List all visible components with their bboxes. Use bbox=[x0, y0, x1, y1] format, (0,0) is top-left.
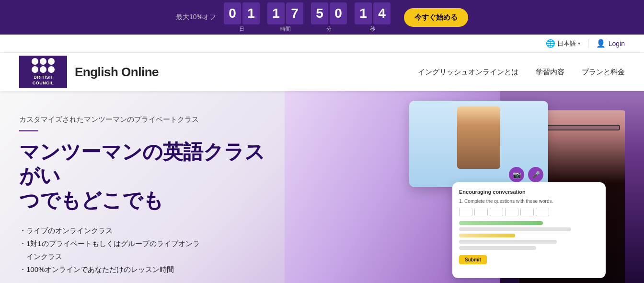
days-label: 日 bbox=[239, 25, 244, 33]
login-label: Login bbox=[609, 40, 625, 47]
logo-text-line2: COUNCIL bbox=[33, 81, 54, 86]
exercise-task: 1. Complete the questions with these wor… bbox=[459, 199, 599, 204]
blank-6[interactable] bbox=[536, 208, 549, 216]
exercise-blanks bbox=[459, 208, 599, 216]
countdown-days-unit: 0 1 日 bbox=[224, 2, 260, 33]
day-digit-0: 0 bbox=[224, 2, 241, 24]
person-icon: 👤 bbox=[596, 39, 606, 48]
video-card-inner: 📷 🎤 bbox=[409, 101, 548, 187]
seconds-label: 秒 bbox=[370, 25, 375, 33]
main-nav: BRITISH COUNCIL English Online イングリッシュオン… bbox=[0, 53, 644, 91]
countdown-hours: 1 7 時間 bbox=[267, 2, 303, 33]
chevron-down-icon: ▾ bbox=[578, 41, 580, 46]
exercise-answer-line-2 bbox=[459, 227, 571, 231]
hero-content: カスタマイズされたマンツーマンのプライベートクラス マンツーマンの英語クラスがい… bbox=[0, 91, 297, 283]
countdown-days: 0 1 日 bbox=[224, 2, 260, 33]
blank-1[interactable] bbox=[459, 208, 472, 216]
logo-dots bbox=[32, 58, 55, 73]
nav-link-plans[interactable]: プランと料金 bbox=[582, 68, 625, 77]
nav-link-about[interactable]: イングリッシュオンラインとは bbox=[418, 68, 518, 77]
seconds-digits: 1 4 bbox=[355, 2, 391, 24]
logo-dot bbox=[48, 66, 55, 73]
logo-dot bbox=[40, 66, 46, 73]
language-label: 日本語 bbox=[557, 39, 576, 48]
second-digit-1: 4 bbox=[373, 2, 391, 24]
globe-icon: 🌐 bbox=[546, 39, 555, 48]
utility-nav: 🌐 日本語 ▾ 👤 Login bbox=[0, 35, 644, 53]
bullet-2: 1対1のプライベートもしくはグループのライブオンラ インクラス bbox=[19, 237, 278, 263]
hero-section: カスタマイズされたマンツーマンのプライベートクラス マンツーマンの英語クラスがい… bbox=[0, 91, 644, 283]
hero-divider bbox=[19, 130, 38, 131]
hero-subtitle: カスタマイズされたマンツーマンのプライベートクラス bbox=[19, 115, 278, 124]
cta-button[interactable]: 今すぐ始める bbox=[404, 8, 468, 27]
video-camera-icon[interactable]: 📷 bbox=[509, 167, 524, 182]
hero-title: マンツーマンの英語クラスがいつでもどこでも bbox=[19, 140, 278, 212]
blank-2[interactable] bbox=[474, 208, 488, 216]
site-name: English Online bbox=[75, 65, 159, 80]
countdown-hours-unit: 1 7 時間 bbox=[267, 2, 303, 33]
hero-bullets: ライブのオンラインクラス 1対1のプライベートもしくはグループのライブオンラ イ… bbox=[19, 224, 278, 276]
minutes-digits: 5 0 bbox=[311, 2, 347, 24]
top-banner: 最大10%オフ 0 1 日 1 7 時間 5 0 分 bbox=[0, 0, 644, 35]
exercise-submit-button[interactable]: Submit bbox=[459, 255, 487, 264]
british-council-logo: BRITISH COUNCIL bbox=[19, 56, 67, 88]
hour-digit-0: 1 bbox=[267, 2, 285, 24]
days-digits: 0 1 bbox=[224, 2, 260, 24]
exercise-answer-line-5 bbox=[459, 246, 536, 250]
blank-4[interactable] bbox=[505, 208, 518, 216]
logo-dot bbox=[32, 66, 38, 73]
glasses-decoration bbox=[539, 125, 620, 130]
exercise-card: Encouraging conversation 1. Complete the… bbox=[452, 182, 606, 278]
countdown-minutes: 5 0 分 bbox=[311, 2, 347, 33]
logo-text-line1: BRITISH bbox=[34, 75, 53, 81]
countdown-seconds: 1 4 秒 bbox=[355, 2, 391, 33]
nav-divider bbox=[588, 39, 588, 48]
hours-digits: 1 7 bbox=[267, 2, 303, 24]
microphone-icon[interactable]: 🎤 bbox=[528, 167, 543, 182]
exercise-answer-line-3 bbox=[459, 234, 515, 237]
second-digit-0: 1 bbox=[355, 2, 372, 24]
countdown-minutes-unit: 5 0 分 bbox=[311, 2, 347, 33]
blank-5[interactable] bbox=[520, 208, 534, 216]
bullet-1: ライブのオンラインクラス bbox=[19, 224, 278, 237]
minute-digit-1: 0 bbox=[330, 2, 347, 24]
minute-digit-0: 5 bbox=[311, 2, 328, 24]
language-selector[interactable]: 🌐 日本語 ▾ bbox=[546, 39, 580, 48]
exercise-answer-line-1 bbox=[459, 221, 543, 225]
exercise-card-title: Encouraging conversation bbox=[459, 189, 599, 195]
blank-3[interactable] bbox=[490, 208, 503, 216]
video-controls: 📷 🎤 bbox=[509, 167, 543, 182]
video-person bbox=[457, 106, 500, 169]
logo-dot bbox=[32, 58, 38, 65]
login-link[interactable]: 👤 Login bbox=[596, 39, 625, 48]
bullet-3: 100%オンラインであなただけのレッスン時間 bbox=[19, 263, 278, 276]
logo-dot bbox=[40, 58, 46, 65]
nav-links: イングリッシュオンラインとは 学習内容 プランと料金 bbox=[418, 68, 625, 77]
logo-link[interactable]: BRITISH COUNCIL English Online bbox=[19, 56, 159, 88]
exercise-answer-line-4 bbox=[459, 240, 557, 244]
hours-label: 時間 bbox=[280, 25, 291, 33]
discount-text: 最大10%オフ bbox=[176, 13, 216, 22]
day-digit-1: 1 bbox=[242, 2, 260, 24]
logo-dot bbox=[48, 58, 55, 65]
countdown-seconds-unit: 1 4 秒 bbox=[355, 2, 391, 33]
minutes-label: 分 bbox=[326, 25, 332, 33]
video-call-card: 📷 🎤 bbox=[409, 101, 548, 187]
hour-digit-1: 7 bbox=[286, 2, 303, 24]
nav-link-content[interactable]: 学習内容 bbox=[536, 68, 564, 77]
